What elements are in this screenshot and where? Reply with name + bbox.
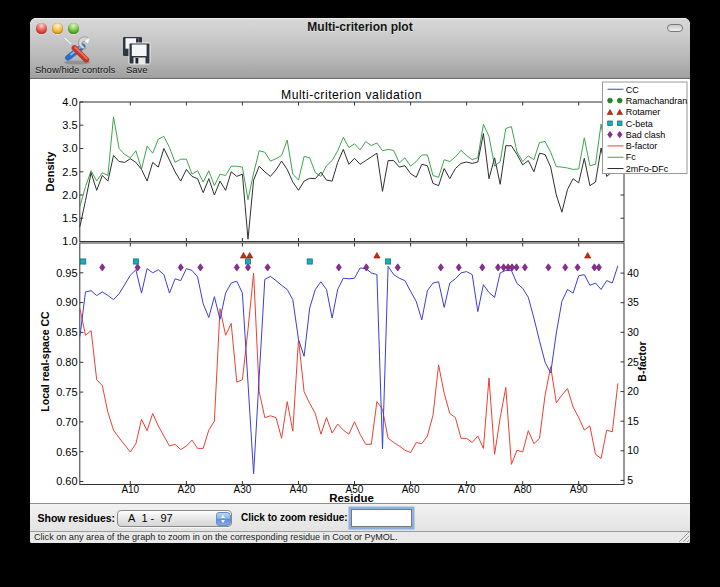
svg-text:35: 35 [627, 296, 639, 308]
svg-text:Bad clash: Bad clash [626, 130, 666, 140]
svg-text:CC: CC [626, 85, 639, 95]
svg-text:0.75: 0.75 [56, 386, 77, 398]
svg-text:0.80: 0.80 [56, 356, 77, 368]
svg-text:0.85: 0.85 [56, 326, 77, 338]
svg-text:0.70: 0.70 [56, 416, 77, 428]
svg-text:2.0: 2.0 [62, 189, 77, 201]
svg-text:Residue: Residue [329, 492, 374, 504]
svg-text:A80: A80 [514, 484, 532, 495]
svg-text:30: 30 [627, 326, 639, 338]
svg-text:3.0: 3.0 [62, 142, 77, 154]
svg-text:1.0: 1.0 [62, 235, 77, 247]
svg-text:A90: A90 [570, 484, 588, 495]
svg-text:4.0: 4.0 [62, 96, 77, 108]
svg-text:A30: A30 [234, 484, 252, 495]
svg-text:C-beta: C-beta [626, 119, 653, 129]
svg-text:Density: Density [44, 151, 56, 192]
svg-text:Multi-criterion validation: Multi-criterion validation [281, 88, 422, 102]
svg-text:15: 15 [627, 415, 639, 427]
svg-text:A40: A40 [290, 484, 308, 495]
svg-text:0.95: 0.95 [56, 267, 77, 279]
svg-text:0.65: 0.65 [56, 446, 77, 458]
svg-text:20: 20 [627, 385, 639, 397]
svg-text:Fc: Fc [626, 152, 636, 162]
svg-text:0.60: 0.60 [56, 475, 77, 487]
svg-text:2mFo-DFc: 2mFo-DFc [626, 164, 669, 174]
svg-text:A70: A70 [458, 484, 476, 495]
svg-text:1.5: 1.5 [62, 212, 77, 224]
svg-text:10: 10 [627, 444, 639, 456]
svg-text:0.90: 0.90 [56, 296, 77, 308]
svg-text:A60: A60 [402, 484, 420, 495]
svg-text:40: 40 [627, 267, 639, 279]
svg-text:2.5: 2.5 [62, 166, 77, 178]
svg-text:A20: A20 [178, 484, 196, 495]
svg-text:B-factor: B-factor [636, 341, 648, 381]
svg-text:B-factor: B-factor [626, 141, 658, 151]
svg-text:Local real-space CC: Local real-space CC [39, 311, 51, 412]
svg-text:Ramachandran: Ramachandran [626, 96, 688, 106]
svg-text:3.5: 3.5 [62, 119, 77, 131]
svg-text:Rotamer: Rotamer [626, 107, 661, 117]
svg-text:A10: A10 [121, 484, 139, 495]
svg-text:5: 5 [627, 474, 633, 486]
